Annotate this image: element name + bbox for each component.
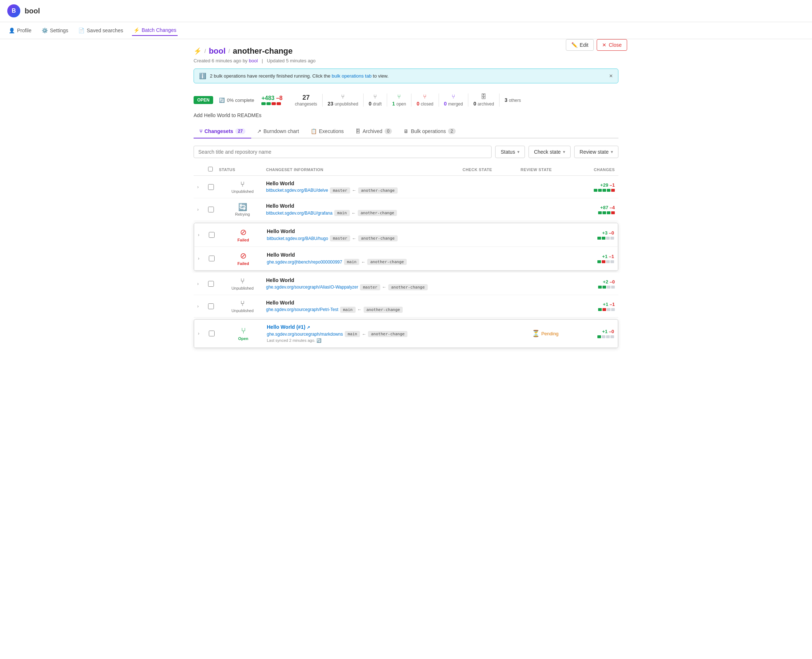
changes-col-header: CHANGES: [571, 167, 615, 172]
table-header: STATUS CHANGESET INFORMATION CHECK STATE…: [194, 164, 618, 176]
search-input[interactable]: [194, 146, 492, 158]
check-state-chevron-icon: ▾: [563, 149, 565, 155]
row-checkbox[interactable]: [208, 281, 214, 287]
banner-close-button[interactable]: ✕: [609, 73, 613, 79]
expand-arrow[interactable]: ›: [197, 304, 208, 309]
review-state-filter[interactable]: Review state ▾: [574, 146, 618, 158]
synced-info: Last synced 2 minutes ago. 🔄: [267, 338, 462, 343]
unpublished-icon: ⑂: [240, 277, 245, 285]
status-col: ⑂ Unpublished: [219, 300, 266, 313]
expand-arrow[interactable]: ›: [197, 281, 208, 286]
changesets-table: STATUS CHANGESET INFORMATION CHECK STATE…: [194, 164, 618, 348]
table-row: › ⊘ Failed Hello World bitbucket.sgdev.o…: [194, 223, 618, 247]
repo-link[interactable]: ghe.sgdev.org/sourcegraph/AliasIO-Wappal…: [266, 285, 358, 290]
check-state-filter[interactable]: Check state ▾: [528, 146, 571, 158]
status-badge: OPEN: [194, 96, 213, 104]
pending-icon: ⏳: [532, 330, 540, 337]
tab-archived[interactable]: 🗄 Archived 0: [350, 125, 398, 139]
status-col: ⊘ Failed: [220, 228, 267, 242]
status-col-header: STATUS: [219, 167, 266, 172]
check-state-col-header: CHECK STATE: [462, 167, 520, 172]
row-checkbox[interactable]: [208, 303, 214, 309]
batch-changes-icon: ⚡: [133, 27, 140, 33]
status-col: ⑂ Unpublished: [219, 277, 266, 290]
changeset-repo: bitbucket.sgdev.org/BABU/hugo master ← a…: [267, 235, 462, 241]
table-row: › 🔄 Retrying Hello World bitbucket.sgdev…: [194, 198, 618, 221]
filter-row: Status ▾ Check state ▾ Review state ▾: [194, 146, 618, 158]
closed-icon: ⑂: [423, 93, 427, 100]
nav-item-saved-searches[interactable]: 📄 Saved searches: [77, 25, 125, 36]
changeset-title-link[interactable]: Hello World (#1): [267, 324, 305, 330]
changes-col: +87 –4: [571, 205, 615, 214]
changes-col: +2 –0: [571, 279, 615, 289]
expand-arrow[interactable]: ›: [198, 256, 209, 261]
row-checkbox[interactable]: [209, 255, 214, 261]
repo-link[interactable]: bitbucket.sgdev.org/BABU/hugo: [267, 236, 328, 241]
select-all-checkbox[interactable]: [208, 167, 213, 172]
stat-open: ⑂ 1 open: [387, 93, 412, 107]
breadcrumb-meta: Created 6 minutes ago by bool | Updated …: [194, 58, 618, 63]
nav-item-batch-changes[interactable]: ⚡ Batch Changes: [132, 25, 178, 36]
expand-arrow[interactable]: ›: [197, 184, 208, 189]
stat-merged: ⑂ 0 merged: [439, 93, 468, 107]
nav-item-profile[interactable]: 👤 Profile: [7, 25, 33, 36]
tab-changesets[interactable]: ⑂ Changesets 27: [194, 125, 251, 139]
nav-item-settings[interactable]: ⚙️ Settings: [40, 25, 70, 36]
bulk-ops-link[interactable]: bulk operations tab: [332, 73, 372, 79]
tab-executions[interactable]: 📋 Executions: [305, 125, 350, 139]
expand-arrow[interactable]: ›: [198, 331, 209, 336]
changeset-repo: bitbucket.sgdev.org/BABU/grafana main ← …: [266, 210, 462, 216]
created-by-link[interactable]: bool: [249, 58, 258, 63]
info-banner: ℹ️ 2 bulk operations have recently finis…: [194, 68, 618, 84]
changeset-info: Hello World bitbucket.sgdev.org/BABU/gra…: [266, 203, 462, 216]
executions-icon: 📋: [311, 128, 317, 134]
repo-link[interactable]: bitbucket.sgdev.org/BABU/delve: [266, 188, 328, 193]
status-chevron-icon: ▾: [517, 149, 519, 155]
changeset-title: Hello World: [266, 203, 462, 209]
edit-button[interactable]: ✏️ Edit: [566, 39, 594, 51]
profile-icon: 👤: [9, 28, 15, 33]
changeset-repo: ghe.sgdev.org/sourcegraph/AliasIO-Wappal…: [266, 284, 462, 290]
status-col: ⑂ Unpublished: [219, 180, 266, 194]
retrying-icon: 🔄: [238, 203, 247, 211]
close-button[interactable]: ✕ Close: [597, 39, 627, 51]
breadcrumb-icon: ⚡: [194, 47, 202, 55]
stats-section: OPEN 🔄 0% complete +483 –8: [194, 90, 618, 112]
nav-bar: 👤 Profile ⚙️ Settings 📄 Saved searches ⚡…: [0, 22, 812, 39]
review-state-chevron-icon: ▾: [611, 149, 613, 155]
tab-bulk-operations[interactable]: 🖥 Bulk operations 2: [398, 125, 461, 139]
tab-burndown[interactable]: ↗ Burndown chart: [251, 125, 305, 139]
repo-link[interactable]: ghe.sgdev.org/sourcegraph/markdowns: [267, 332, 343, 337]
archived-tab-icon: 🗄: [355, 128, 360, 134]
changeset-info-col-header: CHANGESET INFORMATION: [266, 167, 462, 172]
status-filter[interactable]: Status ▾: [495, 146, 525, 158]
changeset-title: Hello World: [266, 181, 462, 186]
stat-others: 3 others: [500, 97, 526, 103]
repo-link[interactable]: ghe.sgdev.org/sourcegraph/Petri-Test: [266, 307, 338, 312]
repo-link[interactable]: bitbucket.sgdev.org/BABU/grafana: [266, 211, 333, 216]
repo-link[interactable]: ghe.sgdev.org/jhbench/repo000000997: [267, 260, 342, 265]
expand-arrow[interactable]: ›: [197, 207, 208, 212]
changeset-title: Hello World: [266, 277, 462, 283]
row-checkbox[interactable]: [209, 331, 214, 336]
batch-description: Add Hello World to READMEs: [194, 112, 618, 118]
stat-unpublished: ⑂ 23 unpublished: [323, 93, 364, 107]
breadcrumb-org-link[interactable]: bool: [209, 46, 225, 56]
progress-icon: 🔄: [219, 98, 225, 103]
row-checkbox[interactable]: [209, 232, 214, 238]
expand-arrow[interactable]: ›: [198, 232, 209, 237]
row-checkbox[interactable]: [208, 207, 214, 213]
table-row: › ⑂ Unpublished Hello World ghe.sgdev.or…: [194, 295, 618, 317]
draft-icon: ⑂: [374, 93, 377, 100]
changeset-info: Hello World ghe.sgdev.org/sourcegraph/Pe…: [266, 300, 462, 313]
changeset-repo: ghe.sgdev.org/jhbench/repo000000997 main…: [267, 259, 462, 265]
sync-icon: 🔄: [317, 338, 322, 342]
stat-closed: ⑂ 0 closed: [412, 93, 438, 107]
external-link-icon: ↗: [307, 325, 310, 330]
row-checkbox[interactable]: [208, 184, 214, 190]
info-icon: ℹ️: [199, 73, 206, 79]
archived-icon: 🗄: [481, 93, 486, 100]
edit-icon: ✏️: [571, 42, 577, 48]
changeset-info: Hello World ghe.sgdev.org/jhbench/repo00…: [267, 252, 462, 265]
diff-block-3: [271, 102, 276, 105]
